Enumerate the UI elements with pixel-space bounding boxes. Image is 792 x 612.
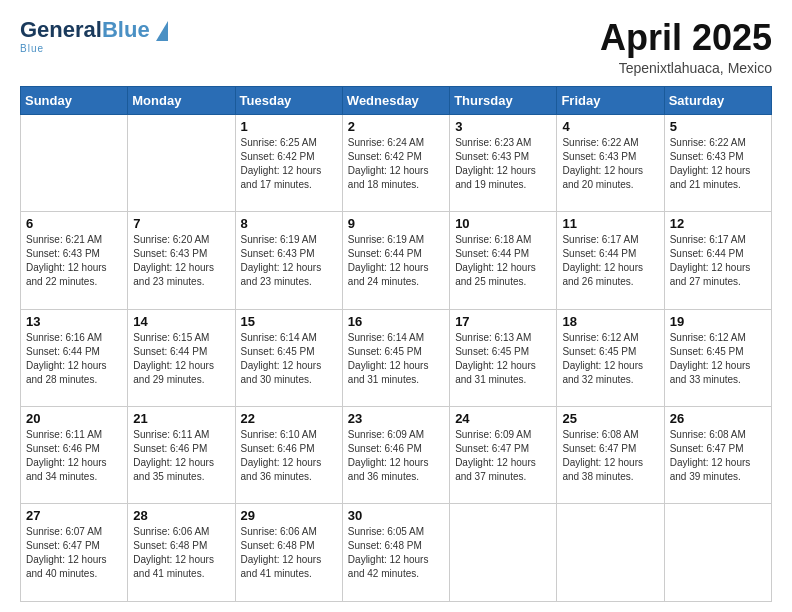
sunrise-text: Sunrise: 6:14 AMSunset: 6:45 PMDaylight:… [241,332,322,385]
table-cell: 14 Sunrise: 6:15 AMSunset: 6:44 PMDaylig… [128,309,235,406]
day-number: 2 [348,119,444,134]
calendar-week-row: 1 Sunrise: 6:25 AMSunset: 6:42 PMDayligh… [21,114,772,211]
table-cell: 16 Sunrise: 6:14 AMSunset: 6:45 PMDaylig… [342,309,449,406]
day-number: 27 [26,508,122,523]
day-number: 3 [455,119,551,134]
table-cell: 27 Sunrise: 6:07 AMSunset: 6:47 PMDaylig… [21,504,128,602]
day-number: 24 [455,411,551,426]
calendar-table: Sunday Monday Tuesday Wednesday Thursday… [20,86,772,602]
table-cell: 25 Sunrise: 6:08 AMSunset: 6:47 PMDaylig… [557,407,664,504]
calendar-week-row: 6 Sunrise: 6:21 AMSunset: 6:43 PMDayligh… [21,212,772,309]
sunrise-text: Sunrise: 6:22 AMSunset: 6:43 PMDaylight:… [562,137,643,190]
sunrise-text: Sunrise: 6:06 AMSunset: 6:48 PMDaylight:… [241,526,322,579]
sunrise-text: Sunrise: 6:16 AMSunset: 6:44 PMDaylight:… [26,332,107,385]
col-sunday: Sunday [21,86,128,114]
day-number: 17 [455,314,551,329]
table-cell: 21 Sunrise: 6:11 AMSunset: 6:46 PMDaylig… [128,407,235,504]
col-wednesday: Wednesday [342,86,449,114]
sunrise-text: Sunrise: 6:19 AMSunset: 6:43 PMDaylight:… [241,234,322,287]
table-cell [664,504,771,602]
day-number: 18 [562,314,658,329]
col-saturday: Saturday [664,86,771,114]
sunrise-text: Sunrise: 6:20 AMSunset: 6:43 PMDaylight:… [133,234,214,287]
sunrise-text: Sunrise: 6:19 AMSunset: 6:44 PMDaylight:… [348,234,429,287]
sunrise-text: Sunrise: 6:09 AMSunset: 6:47 PMDaylight:… [455,429,536,482]
sunrise-text: Sunrise: 6:11 AMSunset: 6:46 PMDaylight:… [133,429,214,482]
sunrise-text: Sunrise: 6:10 AMSunset: 6:46 PMDaylight:… [241,429,322,482]
day-number: 22 [241,411,337,426]
sunrise-text: Sunrise: 6:21 AMSunset: 6:43 PMDaylight:… [26,234,107,287]
day-number: 28 [133,508,229,523]
sunrise-text: Sunrise: 6:11 AMSunset: 6:46 PMDaylight:… [26,429,107,482]
col-friday: Friday [557,86,664,114]
day-number: 10 [455,216,551,231]
day-number: 7 [133,216,229,231]
day-number: 11 [562,216,658,231]
table-cell: 15 Sunrise: 6:14 AMSunset: 6:45 PMDaylig… [235,309,342,406]
day-number: 14 [133,314,229,329]
sunrise-text: Sunrise: 6:23 AMSunset: 6:43 PMDaylight:… [455,137,536,190]
title-block: April 2025 Tepenixtlahuaca, Mexico [600,18,772,76]
col-tuesday: Tuesday [235,86,342,114]
day-number: 16 [348,314,444,329]
day-number: 1 [241,119,337,134]
sunrise-text: Sunrise: 6:06 AMSunset: 6:48 PMDaylight:… [133,526,214,579]
sunrise-text: Sunrise: 6:24 AMSunset: 6:42 PMDaylight:… [348,137,429,190]
sunrise-text: Sunrise: 6:05 AMSunset: 6:48 PMDaylight:… [348,526,429,579]
day-number: 20 [26,411,122,426]
calendar-week-row: 13 Sunrise: 6:16 AMSunset: 6:44 PMDaylig… [21,309,772,406]
calendar-week-row: 20 Sunrise: 6:11 AMSunset: 6:46 PMDaylig… [21,407,772,504]
table-cell: 3 Sunrise: 6:23 AMSunset: 6:43 PMDayligh… [450,114,557,211]
table-cell: 1 Sunrise: 6:25 AMSunset: 6:42 PMDayligh… [235,114,342,211]
logo: GeneralBlue Blue [20,18,168,54]
day-number: 23 [348,411,444,426]
col-monday: Monday [128,86,235,114]
sunrise-text: Sunrise: 6:12 AMSunset: 6:45 PMDaylight:… [670,332,751,385]
table-cell: 19 Sunrise: 6:12 AMSunset: 6:45 PMDaylig… [664,309,771,406]
table-cell: 11 Sunrise: 6:17 AMSunset: 6:44 PMDaylig… [557,212,664,309]
table-cell: 28 Sunrise: 6:06 AMSunset: 6:48 PMDaylig… [128,504,235,602]
sunrise-text: Sunrise: 6:15 AMSunset: 6:44 PMDaylight:… [133,332,214,385]
day-number: 5 [670,119,766,134]
logo-text: GeneralBlue [20,18,150,42]
header: GeneralBlue Blue April 2025 Tepenixtlahu… [20,18,772,76]
table-cell: 10 Sunrise: 6:18 AMSunset: 6:44 PMDaylig… [450,212,557,309]
table-cell: 22 Sunrise: 6:10 AMSunset: 6:46 PMDaylig… [235,407,342,504]
table-cell [450,504,557,602]
sunrise-text: Sunrise: 6:17 AMSunset: 6:44 PMDaylight:… [670,234,751,287]
day-number: 26 [670,411,766,426]
sunrise-text: Sunrise: 6:12 AMSunset: 6:45 PMDaylight:… [562,332,643,385]
table-cell: 4 Sunrise: 6:22 AMSunset: 6:43 PMDayligh… [557,114,664,211]
sunrise-text: Sunrise: 6:13 AMSunset: 6:45 PMDaylight:… [455,332,536,385]
day-number: 6 [26,216,122,231]
day-number: 13 [26,314,122,329]
table-cell: 9 Sunrise: 6:19 AMSunset: 6:44 PMDayligh… [342,212,449,309]
sunrise-text: Sunrise: 6:25 AMSunset: 6:42 PMDaylight:… [241,137,322,190]
day-number: 19 [670,314,766,329]
sunrise-text: Sunrise: 6:14 AMSunset: 6:45 PMDaylight:… [348,332,429,385]
day-number: 30 [348,508,444,523]
table-cell: 2 Sunrise: 6:24 AMSunset: 6:42 PMDayligh… [342,114,449,211]
table-cell: 12 Sunrise: 6:17 AMSunset: 6:44 PMDaylig… [664,212,771,309]
sunrise-text: Sunrise: 6:08 AMSunset: 6:47 PMDaylight:… [562,429,643,482]
table-cell: 5 Sunrise: 6:22 AMSunset: 6:43 PMDayligh… [664,114,771,211]
day-number: 25 [562,411,658,426]
table-cell: 13 Sunrise: 6:16 AMSunset: 6:44 PMDaylig… [21,309,128,406]
logo-tagline: Blue [20,43,44,54]
day-number: 12 [670,216,766,231]
table-cell: 6 Sunrise: 6:21 AMSunset: 6:43 PMDayligh… [21,212,128,309]
logo-triangle-icon [156,21,168,41]
table-cell: 20 Sunrise: 6:11 AMSunset: 6:46 PMDaylig… [21,407,128,504]
calendar-week-row: 27 Sunrise: 6:07 AMSunset: 6:47 PMDaylig… [21,504,772,602]
table-cell: 17 Sunrise: 6:13 AMSunset: 6:45 PMDaylig… [450,309,557,406]
sunrise-text: Sunrise: 6:18 AMSunset: 6:44 PMDaylight:… [455,234,536,287]
day-number: 4 [562,119,658,134]
table-cell: 30 Sunrise: 6:05 AMSunset: 6:48 PMDaylig… [342,504,449,602]
day-number: 8 [241,216,337,231]
col-thursday: Thursday [450,86,557,114]
sunrise-text: Sunrise: 6:22 AMSunset: 6:43 PMDaylight:… [670,137,751,190]
table-cell [21,114,128,211]
day-number: 9 [348,216,444,231]
day-number: 15 [241,314,337,329]
table-cell: 26 Sunrise: 6:08 AMSunset: 6:47 PMDaylig… [664,407,771,504]
